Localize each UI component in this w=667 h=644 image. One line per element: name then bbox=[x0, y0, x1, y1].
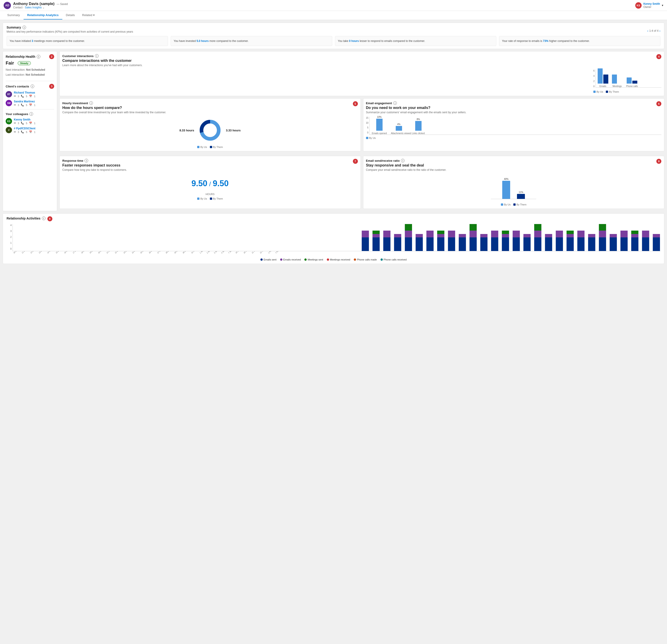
ee-legend-byus-dot bbox=[366, 137, 368, 139]
svg-rect-59 bbox=[620, 237, 628, 251]
colleague-stats-ppdf: ✉3 📞5 📅1 bbox=[14, 131, 54, 133]
tab-relationship-analytics[interactable]: Relationship Analytics bbox=[23, 11, 62, 19]
colleague-name-ks[interactable]: Kenny Smith bbox=[14, 118, 54, 121]
svg-rect-37 bbox=[513, 231, 520, 237]
summary-card-3: You take 0 hours lesser to respond to em… bbox=[335, 36, 497, 46]
legend-phone-calls-made: Phone calls made bbox=[354, 258, 377, 261]
rt-desc: Compare how long you take to respond to … bbox=[62, 168, 127, 171]
email-engagement-section: Email engagement i Do you need to work o… bbox=[363, 98, 665, 151]
ee-emails-opened-bar bbox=[376, 119, 383, 131]
svg-rect-35 bbox=[502, 231, 509, 234]
tab-related[interactable]: Related ▾ bbox=[78, 11, 98, 19]
ci-desc: Learn more about the interactions you've… bbox=[62, 64, 143, 67]
health-meta: Next interaction: Not Scheduled Last int… bbox=[6, 67, 54, 77]
ra-y-axis: 43210 bbox=[6, 224, 13, 254]
health-info-icon[interactable]: i bbox=[37, 55, 40, 59]
meetings-bars bbox=[612, 75, 622, 84]
legend-emails-sent-label: Emails sent bbox=[264, 258, 277, 261]
sales-insights-link[interactable]: Sales Insights bbox=[25, 6, 42, 9]
rt-unit: HOURS bbox=[62, 193, 358, 196]
esr-info-icon[interactable]: i bbox=[401, 159, 405, 162]
svg-rect-27 bbox=[470, 231, 477, 237]
colleague-info-ks: Kenny Smith ✉3 📞5 📅1 bbox=[14, 118, 54, 125]
health-status-row: Fair Steady bbox=[6, 61, 54, 66]
rt-info-icon[interactable]: i bbox=[84, 159, 88, 162]
esr-heading: Stay responsive and seal the deal bbox=[366, 163, 446, 167]
svg-rect-32 bbox=[491, 231, 499, 237]
phonecalls-bythem-bar bbox=[632, 81, 637, 84]
contact-name-rt[interactable]: Richard Thomas bbox=[14, 91, 54, 94]
svg-rect-34 bbox=[502, 234, 509, 237]
right-panel: Customer interactions i Compare interact… bbox=[59, 51, 664, 211]
health-title: Relationship Health i 2 bbox=[6, 54, 54, 59]
badge-5: 5 bbox=[353, 101, 358, 106]
legend-byus-label: By Us bbox=[597, 90, 603, 93]
clients-contacts-info-icon[interactable]: i bbox=[31, 84, 34, 88]
svg-rect-36 bbox=[513, 237, 520, 251]
ci-info-icon[interactable]: i bbox=[95, 54, 99, 58]
ra-info-icon[interactable]: i bbox=[42, 217, 46, 220]
next-arrow[interactable]: › bbox=[659, 29, 661, 33]
hi-hours-us: 8.33 hours bbox=[179, 129, 194, 132]
svg-rect-58 bbox=[610, 234, 617, 237]
hi-donut-container: 8.33 hours 3.33 hours bbox=[62, 117, 358, 144]
svg-rect-52 bbox=[588, 237, 596, 251]
esr-legend-byus-label: By Us bbox=[504, 203, 510, 206]
svg-rect-14 bbox=[405, 224, 412, 231]
esr-bythem-bar bbox=[517, 194, 525, 199]
ra-x-labels: 16 Dec 11 Dec 12 Dec 13 Dec 14 Dec 15 De… bbox=[13, 251, 661, 254]
esr-byus-bar bbox=[502, 181, 510, 199]
tab-details[interactable]: Details bbox=[62, 11, 79, 19]
contact-avatar-sm: SM bbox=[6, 100, 12, 106]
owner-chevron-icon[interactable]: ▾ bbox=[662, 4, 663, 7]
ee-info-icon[interactable]: i bbox=[393, 101, 397, 105]
contact-name-sm[interactable]: Sandra Martinez bbox=[14, 100, 54, 103]
colleague-name-ppdf[interactable]: # PpdfCDSClient bbox=[14, 127, 54, 130]
svg-rect-41 bbox=[534, 231, 541, 237]
pagination-label: 1-4 of 4 bbox=[649, 29, 658, 32]
esr-chart: 40% 11% bbox=[491, 177, 536, 199]
badge-2: 2 bbox=[49, 54, 54, 59]
colleague-avatar-ks: KS bbox=[6, 118, 12, 125]
hi-legend-byus-label: By Us bbox=[200, 146, 207, 148]
svg-rect-38 bbox=[523, 237, 531, 251]
svg-rect-64 bbox=[642, 237, 649, 251]
two-col-layout: Relationship Health i 2 Fair Steady Next… bbox=[3, 51, 664, 211]
hi-header: Hourly investment i How do the hours spe… bbox=[62, 101, 358, 117]
svg-rect-57 bbox=[610, 237, 617, 251]
summary-pagination: ‹ 1-4 of 4 › bbox=[647, 29, 661, 33]
svg-rect-51 bbox=[577, 231, 585, 237]
svg-rect-53 bbox=[588, 234, 596, 237]
contact-stats-rt: ✉3 📞5 📅1 bbox=[14, 95, 54, 98]
colleagues-info-icon[interactable]: i bbox=[30, 112, 33, 116]
ci-chart-area: 6420 Emails bbox=[62, 69, 661, 93]
next-interaction: Next interaction: Not Scheduled bbox=[6, 67, 54, 72]
ee-title: Email engagement i bbox=[366, 101, 467, 105]
svg-rect-63 bbox=[631, 231, 638, 234]
colleague-kenny-smith: KS Kenny Smith ✉3 📞5 📅1 bbox=[6, 118, 54, 125]
colleague-avatar-ppdf: # bbox=[6, 127, 12, 133]
hi-legend-byus-dot bbox=[197, 146, 199, 148]
summary-card-1: You have initiated 3 meetings more compa… bbox=[6, 36, 168, 46]
ra-bars bbox=[13, 224, 661, 251]
tab-summary[interactable]: Summary bbox=[4, 11, 23, 19]
ci-y-axis: 6420 bbox=[593, 69, 595, 88]
hi-info-icon[interactable]: i bbox=[89, 101, 93, 105]
legend-emails-sent: Emails sent bbox=[260, 258, 277, 261]
rt-legend-byus-dot bbox=[197, 198, 199, 200]
svg-rect-28 bbox=[470, 224, 477, 231]
ee-legend-byus: By Us bbox=[366, 137, 376, 139]
calendar-icon-3: 📅 bbox=[29, 122, 32, 125]
summary-info-icon[interactable]: i bbox=[22, 26, 26, 29]
svg-rect-23 bbox=[448, 231, 455, 237]
charts-2col-2: Response time i Faster responses impact … bbox=[59, 156, 664, 209]
rt-legend-bythem-dot bbox=[210, 198, 212, 200]
ci-bar-chart: Emails Meetings bbox=[596, 69, 661, 88]
svg-rect-67 bbox=[653, 234, 660, 237]
hi-heading: How do the hours spent compare? bbox=[62, 106, 166, 110]
legend-meetings-sent: Meetings sent bbox=[304, 258, 323, 261]
contact-sandra-martinez: SM Sandra Martinez ✉3 📞5 📅1 bbox=[6, 100, 54, 106]
prev-arrow[interactable]: ‹ bbox=[647, 29, 648, 33]
esr-legend-bythem: By Them bbox=[513, 203, 526, 206]
top-bar-right: KS Kenny Smith Owner ▾ bbox=[635, 2, 663, 9]
